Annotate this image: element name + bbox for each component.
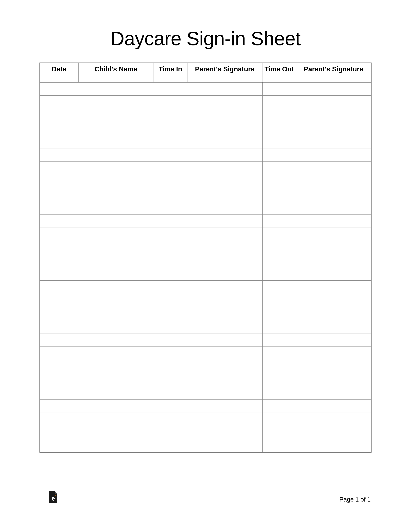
table-cell[interactable] <box>296 294 371 307</box>
table-cell[interactable] <box>78 426 153 439</box>
table-cell[interactable] <box>187 333 262 346</box>
table-cell[interactable] <box>153 95 187 109</box>
table-cell[interactable] <box>40 201 78 214</box>
table-cell[interactable] <box>262 95 296 109</box>
table-cell[interactable] <box>296 254 371 267</box>
table-cell[interactable] <box>78 307 153 320</box>
table-cell[interactable] <box>40 82 78 95</box>
table-cell[interactable] <box>78 373 153 386</box>
table-cell[interactable] <box>153 439 187 452</box>
table-cell[interactable] <box>153 254 187 267</box>
table-cell[interactable] <box>78 95 153 109</box>
table-cell[interactable] <box>187 294 262 307</box>
table-cell[interactable] <box>78 439 153 452</box>
table-cell[interactable] <box>40 294 78 307</box>
table-cell[interactable] <box>78 346 153 360</box>
table-cell[interactable] <box>78 254 153 267</box>
table-cell[interactable] <box>296 188 371 201</box>
table-cell[interactable] <box>296 333 371 346</box>
table-cell[interactable] <box>40 109 78 122</box>
table-cell[interactable] <box>262 122 296 135</box>
table-cell[interactable] <box>187 228 262 241</box>
table-cell[interactable] <box>153 346 187 360</box>
table-cell[interactable] <box>40 320 78 333</box>
table-cell[interactable] <box>296 426 371 439</box>
table-cell[interactable] <box>153 373 187 386</box>
table-cell[interactable] <box>40 254 78 267</box>
table-cell[interactable] <box>262 82 296 95</box>
table-cell[interactable] <box>40 280 78 294</box>
table-cell[interactable] <box>40 307 78 320</box>
table-cell[interactable] <box>78 82 153 95</box>
table-cell[interactable] <box>262 439 296 452</box>
table-cell[interactable] <box>296 201 371 214</box>
table-cell[interactable] <box>153 214 187 228</box>
table-cell[interactable] <box>262 188 296 201</box>
table-cell[interactable] <box>153 307 187 320</box>
table-cell[interactable] <box>187 346 262 360</box>
table-cell[interactable] <box>262 360 296 373</box>
table-cell[interactable] <box>296 122 371 135</box>
table-cell[interactable] <box>78 188 153 201</box>
table-cell[interactable] <box>187 82 262 95</box>
table-cell[interactable] <box>262 333 296 346</box>
table-cell[interactable] <box>153 109 187 122</box>
table-cell[interactable] <box>40 228 78 241</box>
table-cell[interactable] <box>296 82 371 95</box>
table-cell[interactable] <box>78 201 153 214</box>
table-cell[interactable] <box>153 201 187 214</box>
table-cell[interactable] <box>78 267 153 280</box>
table-cell[interactable] <box>187 413 262 426</box>
table-cell[interactable] <box>78 280 153 294</box>
table-cell[interactable] <box>187 267 262 280</box>
table-cell[interactable] <box>262 241 296 254</box>
table-cell[interactable] <box>262 413 296 426</box>
table-cell[interactable] <box>153 360 187 373</box>
table-cell[interactable] <box>78 214 153 228</box>
table-cell[interactable] <box>78 122 153 135</box>
table-cell[interactable] <box>262 228 296 241</box>
table-cell[interactable] <box>40 162 78 175</box>
table-cell[interactable] <box>296 267 371 280</box>
table-cell[interactable] <box>296 346 371 360</box>
table-cell[interactable] <box>153 320 187 333</box>
table-cell[interactable] <box>40 267 78 280</box>
table-cell[interactable] <box>262 373 296 386</box>
table-cell[interactable] <box>187 109 262 122</box>
table-cell[interactable] <box>78 360 153 373</box>
table-cell[interactable] <box>262 201 296 214</box>
table-cell[interactable] <box>262 135 296 148</box>
table-cell[interactable] <box>187 254 262 267</box>
table-cell[interactable] <box>187 148 262 162</box>
table-cell[interactable] <box>296 175 371 188</box>
table-cell[interactable] <box>187 360 262 373</box>
table-cell[interactable] <box>153 148 187 162</box>
table-cell[interactable] <box>187 426 262 439</box>
table-cell[interactable] <box>262 399 296 413</box>
table-cell[interactable] <box>187 135 262 148</box>
table-cell[interactable] <box>153 399 187 413</box>
table-cell[interactable] <box>40 413 78 426</box>
table-cell[interactable] <box>296 360 371 373</box>
table-cell[interactable] <box>153 188 187 201</box>
table-cell[interactable] <box>296 109 371 122</box>
table-cell[interactable] <box>296 148 371 162</box>
table-cell[interactable] <box>296 439 371 452</box>
table-cell[interactable] <box>187 201 262 214</box>
table-cell[interactable] <box>262 346 296 360</box>
table-cell[interactable] <box>262 307 296 320</box>
table-cell[interactable] <box>153 294 187 307</box>
table-cell[interactable] <box>296 241 371 254</box>
table-cell[interactable] <box>187 280 262 294</box>
table-cell[interactable] <box>187 95 262 109</box>
table-cell[interactable] <box>78 241 153 254</box>
table-cell[interactable] <box>153 267 187 280</box>
table-cell[interactable] <box>78 294 153 307</box>
table-cell[interactable] <box>262 386 296 399</box>
table-cell[interactable] <box>40 188 78 201</box>
table-cell[interactable] <box>187 162 262 175</box>
table-cell[interactable] <box>153 162 187 175</box>
table-cell[interactable] <box>296 214 371 228</box>
table-cell[interactable] <box>296 95 371 109</box>
table-cell[interactable] <box>187 373 262 386</box>
